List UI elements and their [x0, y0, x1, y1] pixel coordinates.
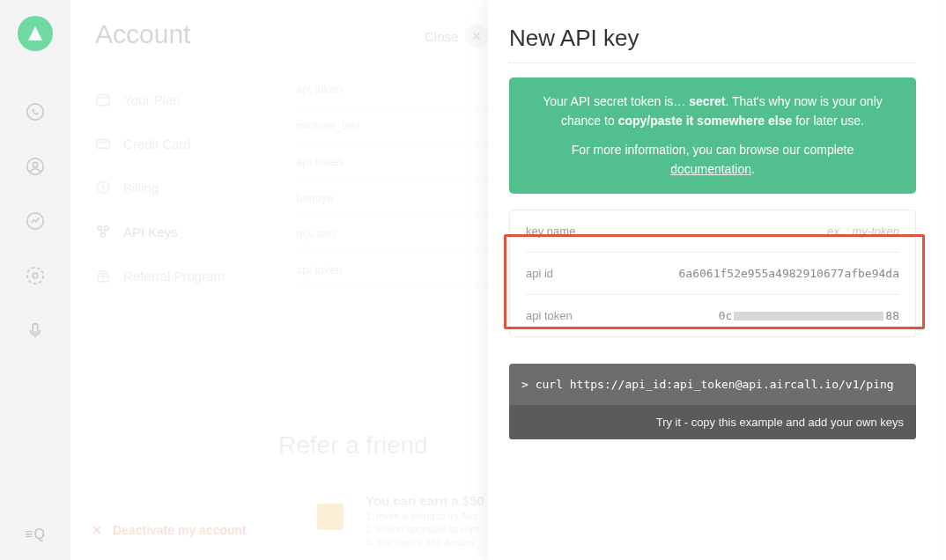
deactivate-label: Deactivate my account — [113, 523, 247, 537]
svg-point-5 — [27, 268, 43, 284]
svg-rect-8 — [97, 140, 110, 149]
menu-label: Your Plan — [123, 92, 181, 107]
svg-point-2 — [33, 162, 38, 167]
chart-icon[interactable] — [26, 211, 45, 231]
apitoken-label: api token — [526, 309, 573, 322]
drawer-title: New API key — [509, 25, 916, 52]
mic-icon[interactable] — [26, 321, 45, 340]
rail-bottom-glyph[interactable]: ≡Q — [25, 527, 46, 542]
user-icon[interactable] — [26, 157, 45, 176]
apitoken-row[interactable]: api token 0c88 — [526, 295, 899, 336]
svg-point-0 — [27, 104, 43, 120]
close-label: Close — [425, 29, 458, 44]
keyname-hint: ex. : my-token — [827, 225, 899, 238]
new-api-key-drawer: New API key Your API secret token is… se… — [488, 0, 937, 560]
deactivate-account-button[interactable]: ✕ Deactivate my account — [92, 523, 247, 537]
curl-code[interactable]: > curl https://api_id:api_token@api.airc… — [509, 364, 916, 405]
svg-point-1 — [27, 158, 43, 174]
menu-item-credit-card[interactable]: Credit Card — [88, 122, 264, 166]
close-icon: ✕ — [465, 25, 488, 48]
menu-label: API Keys — [123, 225, 178, 239]
keyname-row[interactable]: key name ex. : my-token — [526, 210, 899, 252]
api-key-card: key name ex. : my-token api id 6a6061f52… — [509, 210, 916, 337]
apitoken-value: 0c88 — [719, 309, 899, 322]
plan-icon — [95, 92, 111, 107]
divider — [509, 63, 916, 63]
menu-item-your-plan[interactable]: Your Plan — [88, 77, 264, 122]
apikeys-icon — [95, 224, 111, 239]
obscured-token — [734, 312, 883, 321]
referral-icon — [95, 268, 111, 284]
apiid-row[interactable]: api id 6a6061f52e955a4982910677afbe94da — [526, 253, 899, 294]
svg-rect-7 — [97, 95, 109, 106]
menu-label: Referral Program — [123, 269, 225, 284]
settings-icon[interactable] — [26, 266, 45, 285]
billing-icon — [95, 180, 111, 195]
menu-label: Billing — [123, 181, 159, 195]
settings-menu: Your Plan Credit Card Billing API Keys R… — [88, 77, 264, 298]
curl-example: > curl https://api_id:api_token@api.airc… — [509, 364, 916, 439]
close-button[interactable]: Close ✕ — [425, 25, 488, 48]
refer-block: You can earn a $50 1. Invite a friend to… — [366, 493, 484, 548]
x-icon: ✕ — [92, 523, 102, 537]
svg-point-12 — [101, 233, 106, 238]
svg-point-4 — [33, 273, 38, 278]
phone-icon[interactable] — [26, 102, 45, 122]
documentation-link[interactable]: documentation — [670, 162, 751, 176]
gift-icon — [317, 504, 344, 530]
secret-notice: Your API secret token is… secret. That's… — [509, 77, 916, 194]
icon-rail: ≡Q — [0, 0, 70, 560]
curl-hint: Try it - copy this example and add your … — [509, 405, 916, 439]
menu-item-billing[interactable]: Billing — [88, 166, 264, 210]
menu-item-referral[interactable]: Referral Program — [88, 254, 264, 298]
app-logo[interactable] — [18, 16, 53, 51]
refer-heading: You can earn a $50 — [366, 493, 484, 508]
svg-rect-6 — [33, 324, 38, 333]
apiid-value: 6a6061f52e955a4982910677afbe94da — [679, 267, 899, 280]
refer-title: Refer a friend — [278, 431, 428, 460]
creditcard-icon — [95, 136, 111, 151]
menu-label: Credit Card — [123, 136, 191, 151]
page-title: Account — [95, 19, 190, 49]
keyname-label: key name — [526, 225, 575, 238]
menu-item-api-keys[interactable]: API Keys — [88, 210, 264, 254]
apiid-label: api id — [526, 267, 553, 280]
